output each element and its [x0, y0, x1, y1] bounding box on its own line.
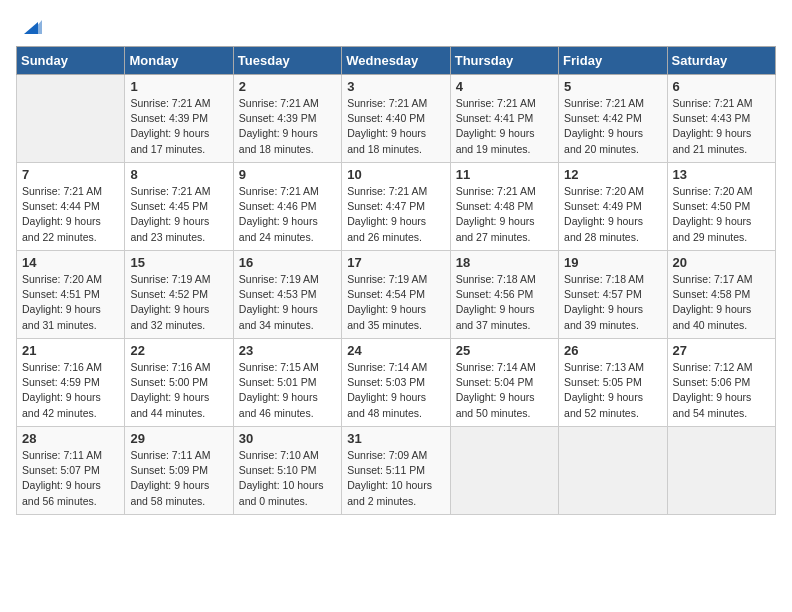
- calendar-cell: 16Sunrise: 7:19 AM Sunset: 4:53 PM Dayli…: [233, 251, 341, 339]
- calendar-cell: 7Sunrise: 7:21 AM Sunset: 4:44 PM Daylig…: [17, 163, 125, 251]
- calendar-cell: 12Sunrise: 7:20 AM Sunset: 4:49 PM Dayli…: [559, 163, 667, 251]
- day-info: Sunrise: 7:19 AM Sunset: 4:52 PM Dayligh…: [130, 272, 227, 333]
- calendar-week-row: 1Sunrise: 7:21 AM Sunset: 4:39 PM Daylig…: [17, 75, 776, 163]
- day-number: 10: [347, 167, 444, 182]
- page-header: [16, 16, 776, 38]
- day-header-friday: Friday: [559, 47, 667, 75]
- calendar-cell: 14Sunrise: 7:20 AM Sunset: 4:51 PM Dayli…: [17, 251, 125, 339]
- day-number: 18: [456, 255, 553, 270]
- day-number: 16: [239, 255, 336, 270]
- day-info: Sunrise: 7:21 AM Sunset: 4:44 PM Dayligh…: [22, 184, 119, 245]
- day-info: Sunrise: 7:11 AM Sunset: 5:07 PM Dayligh…: [22, 448, 119, 509]
- day-info: Sunrise: 7:17 AM Sunset: 4:58 PM Dayligh…: [673, 272, 770, 333]
- calendar-table: SundayMondayTuesdayWednesdayThursdayFrid…: [16, 46, 776, 515]
- calendar-cell: 17Sunrise: 7:19 AM Sunset: 4:54 PM Dayli…: [342, 251, 450, 339]
- day-info: Sunrise: 7:14 AM Sunset: 5:04 PM Dayligh…: [456, 360, 553, 421]
- day-info: Sunrise: 7:16 AM Sunset: 4:59 PM Dayligh…: [22, 360, 119, 421]
- day-info: Sunrise: 7:21 AM Sunset: 4:40 PM Dayligh…: [347, 96, 444, 157]
- day-info: Sunrise: 7:21 AM Sunset: 4:41 PM Dayligh…: [456, 96, 553, 157]
- day-info: Sunrise: 7:21 AM Sunset: 4:48 PM Dayligh…: [456, 184, 553, 245]
- calendar-cell: 27Sunrise: 7:12 AM Sunset: 5:06 PM Dayli…: [667, 339, 775, 427]
- day-header-tuesday: Tuesday: [233, 47, 341, 75]
- day-number: 1: [130, 79, 227, 94]
- day-info: Sunrise: 7:20 AM Sunset: 4:51 PM Dayligh…: [22, 272, 119, 333]
- calendar-week-row: 21Sunrise: 7:16 AM Sunset: 4:59 PM Dayli…: [17, 339, 776, 427]
- day-info: Sunrise: 7:21 AM Sunset: 4:46 PM Dayligh…: [239, 184, 336, 245]
- day-info: Sunrise: 7:13 AM Sunset: 5:05 PM Dayligh…: [564, 360, 661, 421]
- day-info: Sunrise: 7:14 AM Sunset: 5:03 PM Dayligh…: [347, 360, 444, 421]
- day-number: 7: [22, 167, 119, 182]
- calendar-cell: 15Sunrise: 7:19 AM Sunset: 4:52 PM Dayli…: [125, 251, 233, 339]
- calendar-cell: 28Sunrise: 7:11 AM Sunset: 5:07 PM Dayli…: [17, 427, 125, 515]
- calendar-cell: 25Sunrise: 7:14 AM Sunset: 5:04 PM Dayli…: [450, 339, 558, 427]
- day-number: 12: [564, 167, 661, 182]
- day-number: 2: [239, 79, 336, 94]
- day-number: 13: [673, 167, 770, 182]
- day-number: 19: [564, 255, 661, 270]
- day-number: 29: [130, 431, 227, 446]
- calendar-cell: 19Sunrise: 7:18 AM Sunset: 4:57 PM Dayli…: [559, 251, 667, 339]
- day-header-saturday: Saturday: [667, 47, 775, 75]
- day-number: 25: [456, 343, 553, 358]
- day-info: Sunrise: 7:18 AM Sunset: 4:56 PM Dayligh…: [456, 272, 553, 333]
- day-info: Sunrise: 7:15 AM Sunset: 5:01 PM Dayligh…: [239, 360, 336, 421]
- calendar-cell: 11Sunrise: 7:21 AM Sunset: 4:48 PM Dayli…: [450, 163, 558, 251]
- day-info: Sunrise: 7:19 AM Sunset: 4:54 PM Dayligh…: [347, 272, 444, 333]
- day-number: 31: [347, 431, 444, 446]
- calendar-cell: 22Sunrise: 7:16 AM Sunset: 5:00 PM Dayli…: [125, 339, 233, 427]
- day-number: 24: [347, 343, 444, 358]
- calendar-cell: 2Sunrise: 7:21 AM Sunset: 4:39 PM Daylig…: [233, 75, 341, 163]
- day-number: 23: [239, 343, 336, 358]
- day-info: Sunrise: 7:10 AM Sunset: 5:10 PM Dayligh…: [239, 448, 336, 509]
- day-info: Sunrise: 7:21 AM Sunset: 4:45 PM Dayligh…: [130, 184, 227, 245]
- day-number: 3: [347, 79, 444, 94]
- logo-icon: [20, 16, 42, 38]
- calendar-header-row: SundayMondayTuesdayWednesdayThursdayFrid…: [17, 47, 776, 75]
- calendar-cell: 10Sunrise: 7:21 AM Sunset: 4:47 PM Dayli…: [342, 163, 450, 251]
- day-header-wednesday: Wednesday: [342, 47, 450, 75]
- day-header-monday: Monday: [125, 47, 233, 75]
- calendar-cell: 24Sunrise: 7:14 AM Sunset: 5:03 PM Dayli…: [342, 339, 450, 427]
- day-number: 28: [22, 431, 119, 446]
- day-info: Sunrise: 7:21 AM Sunset: 4:42 PM Dayligh…: [564, 96, 661, 157]
- day-number: 4: [456, 79, 553, 94]
- calendar-week-row: 28Sunrise: 7:11 AM Sunset: 5:07 PM Dayli…: [17, 427, 776, 515]
- calendar-cell: [667, 427, 775, 515]
- calendar-cell: 20Sunrise: 7:17 AM Sunset: 4:58 PM Dayli…: [667, 251, 775, 339]
- day-info: Sunrise: 7:19 AM Sunset: 4:53 PM Dayligh…: [239, 272, 336, 333]
- day-info: Sunrise: 7:21 AM Sunset: 4:39 PM Dayligh…: [130, 96, 227, 157]
- calendar-cell: 30Sunrise: 7:10 AM Sunset: 5:10 PM Dayli…: [233, 427, 341, 515]
- day-info: Sunrise: 7:11 AM Sunset: 5:09 PM Dayligh…: [130, 448, 227, 509]
- day-number: 21: [22, 343, 119, 358]
- day-number: 20: [673, 255, 770, 270]
- calendar-cell: 5Sunrise: 7:21 AM Sunset: 4:42 PM Daylig…: [559, 75, 667, 163]
- day-info: Sunrise: 7:09 AM Sunset: 5:11 PM Dayligh…: [347, 448, 444, 509]
- calendar-cell: 9Sunrise: 7:21 AM Sunset: 4:46 PM Daylig…: [233, 163, 341, 251]
- calendar-cell: 29Sunrise: 7:11 AM Sunset: 5:09 PM Dayli…: [125, 427, 233, 515]
- day-number: 6: [673, 79, 770, 94]
- day-number: 5: [564, 79, 661, 94]
- calendar-cell: 4Sunrise: 7:21 AM Sunset: 4:41 PM Daylig…: [450, 75, 558, 163]
- day-number: 27: [673, 343, 770, 358]
- day-info: Sunrise: 7:21 AM Sunset: 4:39 PM Dayligh…: [239, 96, 336, 157]
- day-number: 9: [239, 167, 336, 182]
- day-number: 30: [239, 431, 336, 446]
- calendar-cell: [559, 427, 667, 515]
- day-info: Sunrise: 7:16 AM Sunset: 5:00 PM Dayligh…: [130, 360, 227, 421]
- day-info: Sunrise: 7:20 AM Sunset: 4:50 PM Dayligh…: [673, 184, 770, 245]
- calendar-cell: [450, 427, 558, 515]
- day-header-sunday: Sunday: [17, 47, 125, 75]
- calendar-cell: 26Sunrise: 7:13 AM Sunset: 5:05 PM Dayli…: [559, 339, 667, 427]
- calendar-week-row: 14Sunrise: 7:20 AM Sunset: 4:51 PM Dayli…: [17, 251, 776, 339]
- day-number: 14: [22, 255, 119, 270]
- day-info: Sunrise: 7:21 AM Sunset: 4:47 PM Dayligh…: [347, 184, 444, 245]
- calendar-week-row: 7Sunrise: 7:21 AM Sunset: 4:44 PM Daylig…: [17, 163, 776, 251]
- day-info: Sunrise: 7:20 AM Sunset: 4:49 PM Dayligh…: [564, 184, 661, 245]
- calendar-cell: 3Sunrise: 7:21 AM Sunset: 4:40 PM Daylig…: [342, 75, 450, 163]
- day-info: Sunrise: 7:12 AM Sunset: 5:06 PM Dayligh…: [673, 360, 770, 421]
- day-header-thursday: Thursday: [450, 47, 558, 75]
- day-number: 22: [130, 343, 227, 358]
- calendar-cell: [17, 75, 125, 163]
- calendar-cell: 13Sunrise: 7:20 AM Sunset: 4:50 PM Dayli…: [667, 163, 775, 251]
- calendar-cell: 31Sunrise: 7:09 AM Sunset: 5:11 PM Dayli…: [342, 427, 450, 515]
